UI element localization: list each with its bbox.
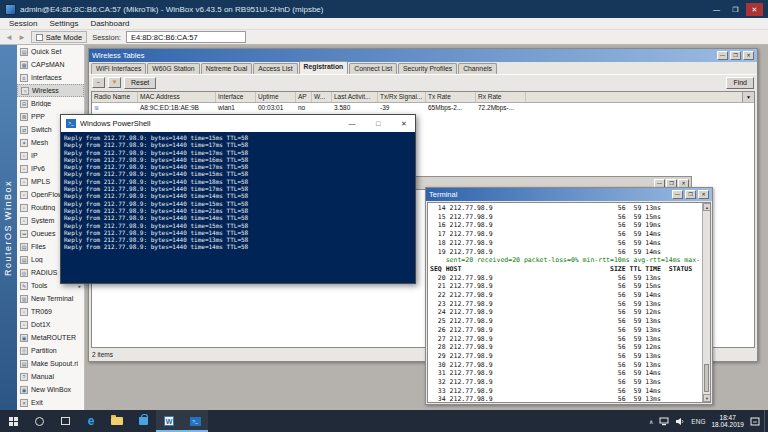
tab-access-list[interactable]: Access List	[253, 63, 297, 74]
sidebar-item[interactable]: ▤ Make Supout.rif	[17, 357, 84, 370]
taskbar: e W >_ ∧ ENG 18:47 18.04.2019	[0, 410, 768, 432]
table-row[interactable]: ≋ A8:9C:ED:1B:AE:9B wlan1 00:03:01 no 3.…	[92, 103, 754, 114]
tab-nstreme-dual[interactable]: Nstreme Dual	[201, 63, 253, 74]
minimize-button[interactable]: —	[708, 3, 725, 16]
close-button[interactable]: ✕	[746, 3, 763, 16]
winbox-taskbar-button[interactable]: W	[156, 410, 182, 432]
maximize-button[interactable]: □	[367, 115, 389, 132]
scroll-down-icon[interactable]: ▼	[703, 394, 711, 402]
powershell-line: Reply from 212.77.98.9: bytes=1440 time=…	[64, 170, 412, 177]
keyboard-language[interactable]: ENG	[691, 418, 705, 425]
terminal-line: 34 212.77.98.9 56 59 13ms	[430, 395, 701, 402]
close-button[interactable]: ✕	[698, 190, 709, 199]
back-arrow-icon[interactable]: ◄	[5, 30, 13, 45]
column-tx-rx-signal[interactable]: Tx/Rx Signal...	[378, 92, 426, 102]
sidebar-item[interactable]: ▤ Quick Set	[17, 45, 84, 58]
tab-security-profiles[interactable]: Security Profiles	[398, 63, 457, 74]
tab-channels[interactable]: Channels	[458, 63, 497, 74]
close-button[interactable]: ✕	[393, 115, 415, 132]
tab-connect-list[interactable]: Connect List	[349, 63, 397, 74]
session-value[interactable]: E4:8D:8C:B6:CA:57	[126, 31, 246, 43]
remove-button[interactable]: −	[92, 77, 105, 88]
ping-stats-line: sent=20 received=20 packet-loss=0% min-r…	[430, 256, 701, 265]
column-menu-button[interactable]: ▼	[742, 92, 754, 102]
menu-item[interactable]: Dashboard	[84, 19, 135, 28]
column-ap[interactable]: AP	[296, 92, 312, 102]
sidebar-item[interactable]: ▫ Dot1X	[17, 318, 84, 331]
tab-w60g-station[interactable]: W60G Station	[147, 63, 199, 74]
safe-mode-checkbox[interactable]	[36, 34, 43, 41]
powershell-output[interactable]: Reply from 212.77.98.9: bytes=1440 time=…	[61, 132, 415, 283]
sidebar-item[interactable]: ≈ Wireless	[17, 84, 84, 97]
terminal-line: 33 212.77.98.9 56 59 14ms	[430, 387, 701, 396]
taskbar-clock[interactable]: 18:47 18.04.2019	[711, 414, 744, 429]
reset-button[interactable]: Reset	[124, 77, 156, 89]
show-desktop-button[interactable]	[764, 410, 768, 432]
volume-icon[interactable]	[675, 417, 685, 426]
terminal-line: 30 212.77.98.9 56 59 13ms	[430, 361, 701, 370]
winbox-titlebar[interactable]: admin@E4:8D:8C:B6:CA:57 (MikroTik) - Win…	[0, 0, 768, 18]
tab-wifi-interfaces[interactable]: WiFi Interfaces	[91, 63, 146, 74]
column-tx-rate[interactable]: Tx Rate	[426, 92, 476, 102]
minimize-button[interactable]: —	[341, 115, 363, 132]
sidebar-item[interactable]: ▣ MetaROUTER	[17, 331, 84, 344]
column-interface[interactable]: Interface	[216, 92, 256, 102]
task-view-button[interactable]	[52, 410, 78, 432]
maximize-button[interactable]: ❐	[730, 51, 741, 60]
safe-mode-label: Safe Mode	[46, 33, 82, 42]
menu-item[interactable]: Settings	[43, 19, 84, 28]
column-mac-address[interactable]: MAC Address	[138, 92, 216, 102]
network-icon[interactable]	[659, 417, 669, 426]
sidebar-item[interactable]: ▥ New Terminal	[17, 292, 84, 305]
maximize-button[interactable]: ❐	[685, 190, 696, 199]
column-uptime[interactable]: Uptime	[256, 92, 296, 102]
sidebar-item-icon: ▫	[20, 165, 28, 173]
find-button[interactable]: Find	[726, 77, 754, 89]
maximize-button[interactable]: ❐	[727, 3, 744, 16]
hidden-icons-chevron-icon[interactable]: ∧	[649, 418, 653, 425]
cell-last-activity: 3.580	[332, 103, 378, 114]
start-button[interactable]	[0, 410, 26, 432]
search-button[interactable]	[26, 410, 52, 432]
close-button[interactable]: ✕	[743, 51, 754, 60]
forward-arrow-icon[interactable]: ►	[18, 30, 26, 45]
terminal-output[interactable]: 14 212.77.98.9 56 59 13ms 15 212.77.98.9…	[427, 202, 711, 403]
sidebar-item[interactable]: ≡ Interfaces	[17, 71, 84, 84]
column-wds[interactable]: W...	[312, 92, 332, 102]
sidebar-item-icon: ⊟	[20, 100, 28, 108]
action-center-icon[interactable]	[750, 417, 760, 426]
column-radio-name[interactable]: Radio Name	[92, 92, 138, 102]
sidebar-item[interactable]: ▫ TR069	[17, 305, 84, 318]
terminal-line: 16 212.77.98.9 56 59 19ms	[430, 221, 701, 230]
terminal-titlebar[interactable]: Terminal — ❐ ✕	[426, 188, 712, 201]
column-last-activity[interactable]: Last Activit...	[332, 92, 378, 102]
clock-date: 18.04.2019	[711, 421, 744, 429]
collapse-button[interactable]: —	[672, 190, 683, 199]
filter-icon[interactable]: ▼	[108, 77, 121, 88]
wireless-tables-titlebar[interactable]: Wireless Tables — ❐ ✕	[89, 49, 757, 62]
sidebar-item-icon: ▒	[20, 347, 28, 355]
column-rx-rate[interactable]: Rx Rate	[476, 92, 526, 102]
powershell-icon: >_	[66, 119, 76, 128]
powershell-taskbar-button[interactable]: >_	[182, 410, 208, 432]
sidebar-item[interactable]: ▒ Partition	[17, 344, 84, 357]
sidebar-item[interactable]: ✕ Exit	[17, 396, 84, 409]
sidebar-item-label: Exit	[31, 399, 78, 406]
sidebar-item[interactable]: ▩ CAPsMAN	[17, 58, 84, 71]
terminal-scrollbar[interactable]: ▲ ▼	[702, 203, 710, 402]
collapse-button[interactable]: —	[717, 51, 728, 60]
sidebar-item-icon: ▫	[20, 204, 28, 212]
file-explorer-taskbar-button[interactable]	[104, 410, 130, 432]
scroll-up-icon[interactable]: ▲	[703, 203, 711, 211]
powershell-titlebar[interactable]: >_ Windows PowerShell — □ ✕	[61, 115, 415, 132]
scrollbar-thumb[interactable]	[704, 364, 709, 392]
sidebar-item-icon: ▫	[20, 178, 28, 186]
tab-registration[interactable]: Registration	[299, 61, 349, 74]
sidebar-item[interactable]: ? Manual	[17, 370, 84, 383]
sidebar-item[interactable]: ⊟ Bridge	[17, 97, 84, 110]
edge-taskbar-button[interactable]: e	[78, 410, 104, 432]
safe-mode-toggle[interactable]: Safe Mode	[31, 31, 87, 43]
menu-item[interactable]: Session	[3, 19, 43, 28]
store-taskbar-button[interactable]	[130, 410, 156, 432]
sidebar-item[interactable]: ▣ New WinBox	[17, 383, 84, 396]
